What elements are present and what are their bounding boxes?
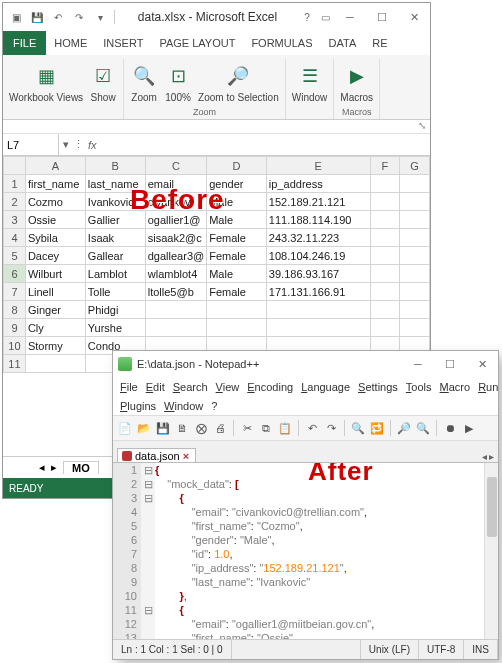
scrollbar-thumb[interactable] — [487, 477, 497, 537]
tab-next-icon[interactable]: ▸ — [489, 451, 494, 462]
tab-review[interactable]: RE — [364, 31, 395, 55]
record-macro-icon[interactable]: ⏺ — [442, 420, 458, 436]
menu-language[interactable]: Language — [298, 381, 353, 393]
tab-formulas[interactable]: FORMULAS — [243, 31, 320, 55]
macros-button[interactable]: ▶Macros — [338, 61, 375, 105]
help-icon[interactable]: ? — [298, 8, 316, 26]
menu-run[interactable]: Run — [475, 381, 501, 393]
menu-plugins[interactable]: Plugins — [117, 400, 159, 412]
zoom-button[interactable]: 🔍Zoom — [128, 61, 160, 105]
zoom-selection-button[interactable]: 🔎Zoom to Selection — [196, 61, 281, 105]
menu-encoding[interactable]: Encoding — [244, 381, 296, 393]
col-F[interactable]: F — [370, 157, 400, 175]
table-row: 6WilburtLamblotwlamblot4Male39.186.93.16… — [4, 265, 430, 283]
tab-insert[interactable]: INSERT — [95, 31, 151, 55]
vertical-scrollbar[interactable] — [484, 463, 498, 639]
open-file-icon[interactable]: 📂 — [136, 420, 152, 436]
tab-data[interactable]: DATA — [321, 31, 365, 55]
col-D[interactable]: D — [207, 157, 267, 175]
close-button[interactable]: ✕ — [398, 6, 430, 28]
tab-home[interactable]: HOME — [46, 31, 95, 55]
tab-prev-icon[interactable]: ◂ — [482, 451, 487, 462]
workbook-views-button[interactable]: ▦Workbook Views — [7, 61, 85, 105]
replace-icon[interactable]: 🔁 — [369, 420, 385, 436]
status-mode: INS — [464, 640, 498, 659]
qat-customize-icon[interactable]: ▾ — [91, 8, 109, 26]
column-header-row[interactable]: A B C D E F G — [4, 157, 430, 175]
play-macro-icon[interactable]: ▶ — [461, 420, 477, 436]
zoom-in-icon[interactable]: 🔎 — [396, 420, 412, 436]
table-row: 7LinellTolleltolle5@bFemale171.131.166.9… — [4, 283, 430, 301]
name-box[interactable]: L7 — [3, 134, 59, 155]
menu-tools[interactable]: Tools — [403, 381, 435, 393]
table-row: 4SybilaIsaaksisaak2@cFemale243.32.11.223 — [4, 229, 430, 247]
menu-search[interactable]: Search — [170, 381, 211, 393]
undo-icon[interactable]: ↶ — [49, 8, 67, 26]
tab-page-layout[interactable]: PAGE LAYOUT — [151, 31, 243, 55]
col-G[interactable]: G — [400, 157, 430, 175]
minimize-button[interactable]: ─ — [334, 6, 366, 28]
redo-icon[interactable]: ↷ — [70, 8, 88, 26]
npp-menubar: File Edit Search View Encoding Language … — [113, 377, 498, 397]
maximize-button[interactable]: ☐ — [366, 6, 398, 28]
sheet-tab[interactable]: MO — [63, 461, 99, 474]
npp-titlebar: E:\data.json - Notepad++ ─ ☐ ✕ — [113, 351, 498, 377]
table-row: 5DaceyGalleardgallear3@Female108.104.246… — [4, 247, 430, 265]
minimize-button[interactable]: ─ — [402, 353, 434, 375]
status-ready: READY — [9, 483, 43, 494]
fold-column[interactable]: ⊟⊟⊟ ⊟ — [141, 463, 155, 639]
npp-toolbar: 📄 📂 💾 🗎 ⨂ 🖨 ✂ ⧉ 📋 ↶ ↷ 🔍 🔁 🔎 🔍 ⏺ ▶ — [113, 415, 498, 441]
sheet-nav-prev-icon[interactable]: ◂ — [39, 461, 45, 474]
menu-view[interactable]: View — [213, 381, 243, 393]
undo-icon[interactable]: ↶ — [304, 420, 320, 436]
save-icon[interactable]: 💾 — [155, 420, 171, 436]
menu-window[interactable]: Window — [161, 400, 206, 412]
doc-tab[interactable]: data.json × — [117, 448, 196, 462]
col-A[interactable]: A — [25, 157, 85, 175]
grid-icon: ▦ — [32, 63, 60, 91]
show-button[interactable]: ☑Show — [87, 61, 119, 105]
close-file-icon[interactable]: ⨂ — [193, 420, 209, 436]
quick-access-toolbar: ▣ 💾 ↶ ↷ ▾ — [3, 8, 117, 26]
notepadpp-window: E:\data.json - Notepad++ ─ ☐ ✕ File Edit… — [112, 350, 499, 660]
zoom-100-button[interactable]: ⊡100% — [162, 61, 194, 105]
menu-help[interactable]: ? — [208, 400, 220, 412]
col-B[interactable]: B — [85, 157, 145, 175]
paste-icon[interactable]: 📋 — [277, 420, 293, 436]
excel-icon: ▣ — [7, 8, 25, 26]
select-all-corner[interactable] — [4, 157, 26, 175]
menu-settings[interactable]: Settings — [355, 381, 401, 393]
ribbon-collapse-icon[interactable]: ▭ — [316, 8, 334, 26]
namebox-dropdown-icon[interactable]: ▾ — [63, 138, 69, 151]
new-file-icon[interactable]: 📄 — [117, 420, 133, 436]
zoom-out-icon[interactable]: 🔍 — [415, 420, 431, 436]
copy-icon[interactable]: ⧉ — [258, 420, 274, 436]
show-icon: ☑ — [89, 63, 117, 91]
code-content[interactable]: { "mock_data": [ { "email": "civankovic0… — [155, 463, 498, 639]
close-tab-icon[interactable]: × — [183, 450, 189, 462]
sheet-nav-next-icon[interactable]: ▸ — [51, 461, 57, 474]
menu-macro[interactable]: Macro — [437, 381, 474, 393]
tab-file[interactable]: FILE — [3, 31, 46, 55]
cut-icon[interactable]: ✂ — [239, 420, 255, 436]
table-row: 3OssieGallierogallier1@Male111.188.114.1… — [4, 211, 430, 229]
maximize-button[interactable]: ☐ — [434, 353, 466, 375]
save-icon[interactable]: 💾 — [28, 8, 46, 26]
save-all-icon[interactable]: 🗎 — [174, 420, 190, 436]
fx-icon[interactable]: fx — [88, 139, 97, 151]
npp-menubar-2: Plugins Window ? — [113, 397, 498, 415]
col-C[interactable]: C — [145, 157, 206, 175]
zoom-selection-icon: 🔎 — [224, 63, 252, 91]
redo-icon[interactable]: ↷ — [323, 420, 339, 436]
status-position: Ln : 1 Col : 1 Sel : 0 | 0 — [113, 640, 232, 659]
menu-edit[interactable]: Edit — [143, 381, 168, 393]
code-editor[interactable]: After 123456789101112131415161718 ⊟⊟⊟ ⊟ … — [113, 463, 498, 639]
col-E[interactable]: E — [266, 157, 370, 175]
window-button[interactable]: ☰Window — [290, 61, 330, 105]
table-row: 2CozmoIvankoviccivankoviMale152.189.21.1… — [4, 193, 430, 211]
print-icon[interactable]: 🖨 — [212, 420, 228, 436]
menu-file[interactable]: File — [117, 381, 141, 393]
close-button[interactable]: ✕ — [466, 353, 498, 375]
ribbon-pin-icon[interactable]: ⤡ — [418, 120, 426, 133]
find-icon[interactable]: 🔍 — [350, 420, 366, 436]
